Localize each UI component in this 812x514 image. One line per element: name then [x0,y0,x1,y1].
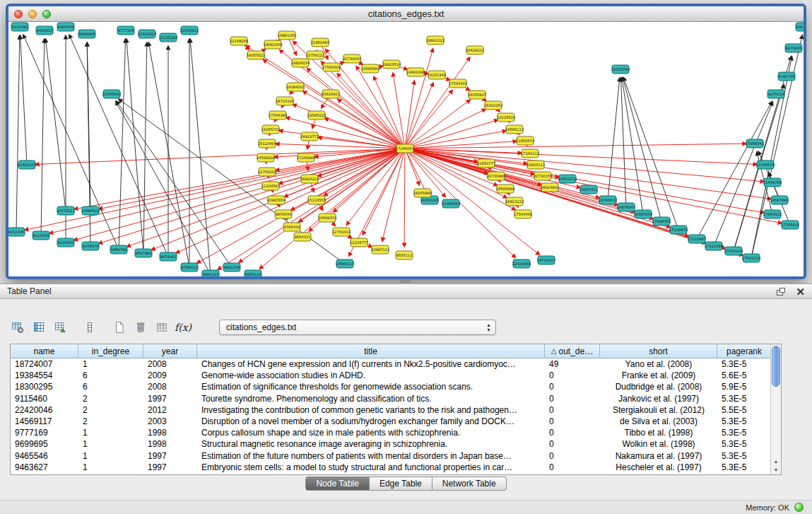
tab-edge-table[interactable]: Edge Table [370,477,433,491]
minimize-window-button[interactable] [28,10,37,18]
delete-table-icon[interactable] [153,318,171,337]
graph-node[interactable]: 9555111 [396,251,413,259]
scrollbar-thumb[interactable] [772,346,780,387]
graph-node[interactable]: 12345678 [756,160,775,169]
graph-node[interactable]: 13456789 [763,178,782,187]
graph-node[interactable]: 10578321 [57,206,75,215]
graph-node[interactable]: 17098765 [652,217,671,226]
graph-node[interactable]: 10243621 [180,26,199,35]
graph-node[interactable]: 10987111 [371,245,389,254]
graph-node[interactable]: 9182736 [778,72,795,81]
graph-node[interactable]: 9876543 [275,210,292,218]
graph-node[interactable]: 9123456 [33,231,49,240]
graph-node[interactable]: 17240043 [396,144,414,153]
graph-node[interactable]: 18435294 [611,65,630,74]
tab-network-table[interactable]: Network Table [433,477,507,491]
graph-node[interactable]: 19384001 [286,83,305,91]
graph-node[interactable]: 14569117 [336,259,354,268]
graph-node[interactable]: 15958342 [746,139,764,148]
graph-node[interactable]: 17554342 [449,79,467,88]
graph-node[interactable]: 17109876 [669,226,688,234]
graph-node[interactable]: 18061058 [264,40,282,49]
vertical-scrollbar[interactable]: ▲ ▼ [770,344,781,474]
graph-node[interactable]: 16055888 [413,189,432,197]
tab-node-table[interactable]: Node Table [305,477,370,491]
graph-node[interactable]: 21850533 [516,136,534,145]
graph-node[interactable]: 20629001 [322,90,340,98]
graph-node[interactable]: 17210987 [688,235,706,243]
graph-node[interactable]: 21850777 [477,159,495,168]
table-row[interactable]: 946554611997Estimation of the future num… [11,450,772,462]
graph-node[interactable]: 12750122 [306,51,324,59]
graph-node[interactable]: 17765432 [781,221,799,229]
graph-node[interactable]: 18724100 [276,97,294,105]
table-row[interactable]: 1830029562008Estimation of significance … [11,381,772,392]
graph-node[interactable]: 9345678 [82,242,99,250]
table-row[interactable]: 1938455462009Genome-wide association stu… [11,370,772,381]
graph-node[interactable]: 9463627 [36,26,53,35]
column-header-out-de[interactable]: △out_de… [545,344,600,358]
delete-column-trash-icon[interactable] [131,318,150,337]
splitter-handle[interactable] [400,280,411,283]
graph-node[interactable]: 19565222 [307,111,326,119]
close-panel-icon[interactable]: ✕ [796,286,805,297]
graph-node[interactable]: 16987654 [634,210,653,218]
new-table-icon[interactable] [110,318,129,337]
graph-node[interactable]: 16055022 [247,51,265,59]
graph-node[interactable]: 22420046 [512,259,531,268]
graph-node[interactable]: 9456789 [110,245,127,254]
graph-node[interactable]: 9777169 [117,26,134,35]
zoom-window-button[interactable] [42,10,51,18]
close-window-button[interactable] [14,10,23,18]
graph-node[interactable]: 10462203 [18,160,36,169]
graph-node[interactable]: 18923123 [505,197,524,206]
graph-node[interactable]: 11234567 [261,182,280,190]
graph-node[interactable]: 10987654 [267,196,286,204]
column-header-name[interactable]: name [11,344,78,358]
row-height-icon[interactable] [81,318,99,337]
graph-node[interactable]: 10022834 [138,30,157,38]
graph-node[interactable]: 9234567 [57,238,74,247]
graph-node[interactable]: 17543210 [742,254,760,262]
column-header-short[interactable]: short [600,344,717,358]
graph-node[interactable]: 14569200 [257,153,275,162]
import-table-icon[interactable] [51,318,69,337]
scroll-down-icon[interactable]: ▼ [771,466,781,474]
graph-node[interactable]: 16824222 [300,175,319,183]
graph-node[interactable]: 9115460 [11,23,28,31]
graph-node[interactable]: 17654321 [763,210,782,218]
graph-node[interactable]: 18724007 [537,256,555,264]
graph-node[interactable]: 11234777 [350,238,368,247]
graph-node[interactable]: 19384554 [442,199,461,208]
graph-node[interactable]: 10355832 [102,90,121,98]
graph-node[interactable]: 17554388 [269,111,287,119]
graph-node[interactable]: 9789012 [181,263,198,271]
graph-node[interactable]: 16824034 [291,59,310,67]
table-row[interactable]: 977716911998Corpus callosum shape and si… [11,427,772,438]
graph-node[interactable]: 8361520 [796,23,804,31]
graph-node[interactable]: 12750333 [332,228,351,236]
graph-node[interactable]: 9654321 [294,233,311,241]
graph-node[interactable]: 10684522 [81,206,100,215]
graph-node[interactable]: 16543210 [558,175,577,183]
table-row[interactable]: 969969511998Structural magnetic resonanc… [11,438,772,450]
graph-node[interactable]: 9274113 [767,90,784,98]
table-row[interactable]: 1456911722003Disruption of a novel membe… [11,416,772,427]
graph-node[interactable]: 16876543 [617,203,635,211]
graph-node[interactable]: 20730888 [487,172,505,180]
graph-node[interactable]: 22148058 [230,37,248,45]
column-header-title[interactable]: title [197,344,545,358]
table-row[interactable]: 946362711997Embryonic stem cells: a mode… [11,462,772,473]
graph-node[interactable]: 19565112 [505,125,524,134]
graph-node[interactable]: 20730155 [534,172,552,180]
graph-node[interactable]: 12034520 [497,113,515,122]
graph-node[interactable]: 15123404 [258,139,277,148]
column-header-year[interactable]: year [143,344,197,358]
graph-node[interactable]: 17240112 [521,149,539,158]
select-columns-icon[interactable] [30,318,48,337]
table-selector-dropdown[interactable]: citations_edges.txt ▲▼ [219,320,496,335]
graph-node[interactable]: 14567890 [770,196,789,204]
function-builder-icon[interactable]: f(x) [174,318,192,337]
graph-node[interactable]: 9567890 [135,249,152,257]
graph-node[interactable]: 9901234 [223,263,240,271]
